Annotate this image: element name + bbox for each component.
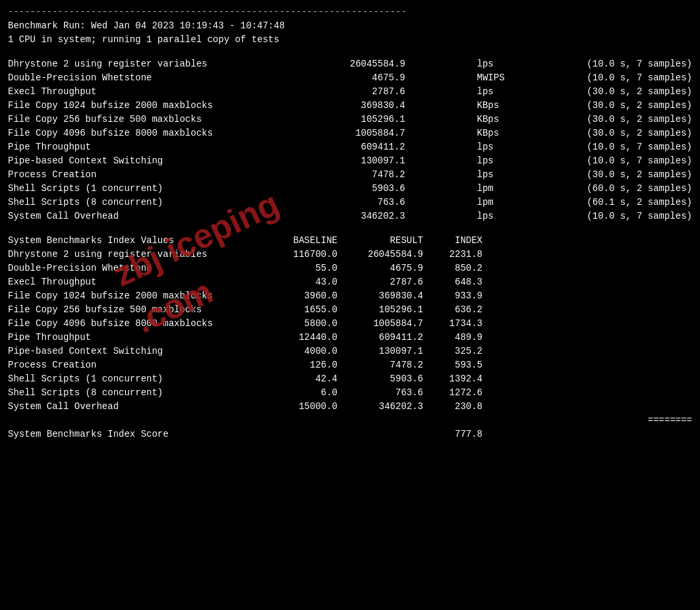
index-row-name: Double-Precision Whetstone [8,262,258,275]
index-row-name: Pipe Throughput [8,331,258,345]
raw-result-row: Dhrystone 2 using register variables2604… [8,57,692,71]
index-row-result: 5903.6 [337,372,423,386]
index-row-baseline: 1655.0 [258,303,337,317]
result-meta: (30.0 s, 2 samples) [587,85,692,99]
result-name: Shell Scripts (8 concurrent) [8,196,258,209]
result-unit: lps [473,154,519,168]
index-data-row: Pipe-based Context Switching4000.0130097… [8,345,692,358]
result-value: 609411.2 [326,140,405,154]
result-name: Dhrystone 2 using register variables [8,57,258,71]
index-row-name: Dhrystone 2 using register variables [8,248,258,262]
result-name: Pipe-based Context Switching [8,154,258,168]
raw-result-row: Pipe Throughput609411.2lps(10.0 s, 7 sam… [8,140,692,154]
result-name: Execl Throughput [8,85,258,99]
result-name: Shell Scripts (1 concurrent) [8,182,258,196]
score-row: System Benchmarks Index Score777.8 [8,428,692,441]
index-row-result: 346202.3 [337,400,423,414]
index-data-row: File Copy 256 bufsize 500 maxblocks1655.… [8,303,692,317]
index-col-name-header: System Benchmarks Index Values [8,234,258,248]
result-unit: KBps [473,113,519,126]
index-row-index: 1734.3 [423,317,482,331]
result-meta: (10.0 s, 7 samples) [587,154,692,168]
result-meta: (30.0 s, 2 samples) [587,168,692,182]
result-meta: (10.0 s, 7 samples) [587,71,692,85]
index-row-index: 648.3 [423,275,482,289]
index-row-result: 763.6 [337,386,423,400]
index-row-index: 636.2 [423,303,482,317]
index-col-baseline-header: BASELINE [258,234,337,248]
result-meta: (60.0 s, 2 samples) [587,182,692,196]
index-row-name: Process Creation [8,358,258,372]
raw-results-section: Dhrystone 2 using register variables2604… [8,57,692,223]
score-label: System Benchmarks Index Score [8,428,417,441]
result-value: 5903.6 [326,182,405,196]
raw-result-row: File Copy 256 bufsize 500 maxblocks10529… [8,113,692,126]
raw-result-row: Execl Throughput2787.6lps(30.0 s, 2 samp… [8,85,692,99]
raw-result-row: Pipe-based Context Switching130097.1lps(… [8,154,692,168]
result-name: Pipe Throughput [8,140,258,154]
index-row-result: 105296.1 [337,303,423,317]
terminal-output: ----------------------------------------… [8,5,692,441]
result-name: System Call Overhead [8,209,258,223]
index-row-index: 2231.8 [423,248,482,262]
result-value: 105296.1 [326,113,405,126]
index-row-name: File Copy 4096 bufsize 8000 maxblocks [8,317,258,331]
index-row-result: 130097.1 [337,345,423,358]
index-row-index: 933.9 [423,289,482,303]
index-data-row: Dhrystone 2 using register variables1167… [8,248,692,262]
result-unit: lpm [473,182,519,196]
raw-result-row: Shell Scripts (8 concurrent)763.6lpm(60.… [8,196,692,209]
raw-result-row: Process Creation7478.2lps(30.0 s, 2 samp… [8,168,692,182]
result-unit: lps [473,85,519,99]
index-row-name: Execl Throughput [8,275,258,289]
index-row-result: 26045584.9 [337,248,423,262]
result-value: 4675.9 [326,71,405,85]
result-name: File Copy 4096 bufsize 8000 maxblocks [8,126,258,140]
result-unit: lps [473,168,519,182]
index-data-row: Shell Scripts (1 concurrent)42.45903.613… [8,372,692,386]
index-row-baseline: 3960.0 [258,289,337,303]
benchmark-run-line1: Benchmark Run: Wed Jan 04 2023 10:19:43 … [8,19,692,33]
raw-result-row: File Copy 1024 bufsize 2000 maxblocks369… [8,99,692,113]
result-meta: (10.0 s, 7 samples) [587,140,692,154]
index-row-baseline: 43.0 [258,275,337,289]
index-data-row: Execl Throughput43.02787.6648.3 [8,275,692,289]
result-unit: lps [473,140,519,154]
result-meta: (10.0 s, 7 samples) [587,57,692,71]
index-data-row: File Copy 1024 bufsize 2000 maxblocks396… [8,289,692,303]
index-row-name: System Call Overhead [8,400,258,414]
index-row-baseline: 12440.0 [258,331,337,345]
index-row-result: 4675.9 [337,262,423,275]
result-meta: (30.0 s, 2 samples) [587,113,692,126]
index-row-baseline: 6.0 [258,386,337,400]
index-section: System Benchmarks Index ValuesBASELINERE… [8,234,692,441]
index-row-baseline: 126.0 [258,358,337,372]
result-name: File Copy 1024 bufsize 2000 maxblocks [8,99,258,113]
benchmark-run-line2: 1 CPU in system; running 1 parallel copy… [8,33,692,47]
result-unit: KBps [473,99,519,113]
index-data-row: System Call Overhead15000.0346202.3230.8 [8,400,692,414]
benchmark-header: Benchmark Run: Wed Jan 04 2023 10:19:43 … [8,19,692,47]
result-meta: (30.0 s, 2 samples) [587,126,692,140]
result-value: 369830.4 [326,99,405,113]
raw-result-row: File Copy 4096 bufsize 8000 maxblocks100… [8,126,692,140]
index-row-result: 7478.2 [337,358,423,372]
index-row-index: 850.2 [423,262,482,275]
index-row-index: 593.5 [423,358,482,372]
result-value: 763.6 [326,196,405,209]
result-value: 26045584.9 [326,57,405,71]
index-row-index: 1392.4 [423,372,482,386]
index-row-result: 1005884.7 [337,317,423,331]
result-unit: MWIPS [473,71,519,85]
index-row-baseline: 4000.0 [258,345,337,358]
result-unit: KBps [473,126,519,140]
index-col-result-header: RESULT [337,234,423,248]
result-value: 2787.6 [326,85,405,99]
raw-result-row: Double-Precision Whetstone4675.9MWIPS(10… [8,71,692,85]
result-name: Process Creation [8,168,258,182]
index-data-row: Process Creation126.07478.2593.5 [8,358,692,372]
result-value: 346202.3 [326,209,405,223]
equals-separator: ======== [8,414,692,428]
score-value: 777.8 [417,428,482,441]
result-unit: lpm [473,196,519,209]
